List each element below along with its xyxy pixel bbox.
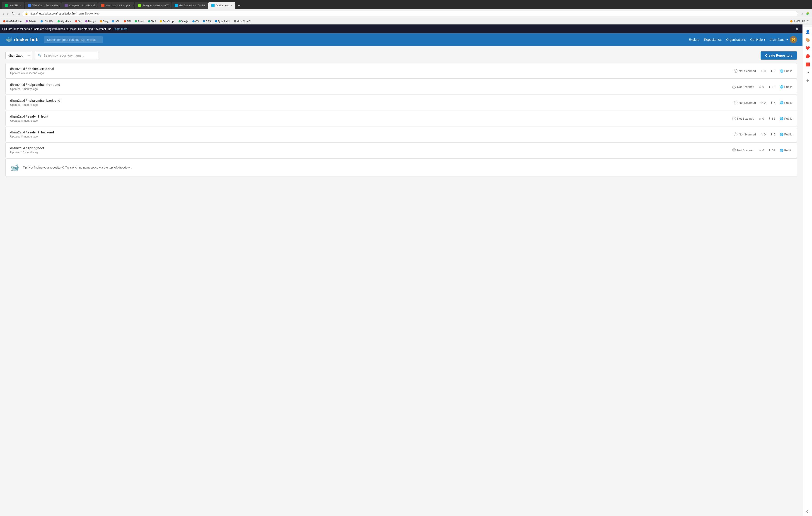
repo-name[interactable]: dhzm2aud / docker101tutorial: [10, 67, 734, 71]
tab-swagger[interactable]: Swagger by leehojun07... ✕: [135, 2, 171, 9]
repo-search-box[interactable]: 🔍: [35, 52, 98, 59]
bookmark-event[interactable]: Event: [134, 20, 145, 23]
download-icon: ⬇: [770, 101, 773, 104]
banner-close-button[interactable]: ✕: [794, 27, 800, 31]
sidebar-heart-icon[interactable]: ❤️: [805, 45, 811, 51]
nav-get-help[interactable]: Get Help ▾: [750, 38, 765, 41]
star-count: 0: [762, 149, 764, 152]
download-count: 0: [774, 69, 775, 73]
download-icon: ⬇: [770, 69, 773, 73]
repo-downloads: ⬇ 13: [768, 85, 775, 89]
tab-getstarted-label: Get Started with Docker...: [179, 4, 207, 7]
scan-label: Not Scanned: [739, 133, 756, 136]
repo-name[interactable]: dhzm2aud / ssafy_2_front: [10, 115, 732, 118]
bookmark-css[interactable]: CSS: [201, 20, 212, 23]
bookmark-blog[interactable]: Blog: [98, 20, 109, 23]
bookmark-api[interactable]: API: [122, 20, 132, 23]
bookmark-cs[interactable]: CS: [191, 20, 200, 23]
bookmark-private[interactable]: Private: [24, 20, 38, 23]
docker-search-input[interactable]: [44, 36, 103, 43]
repo-scan-status: 🛡 Not Scanned: [734, 101, 756, 104]
bookmark-lol[interactable]: LOL: [111, 20, 121, 23]
bookmark-typescript[interactable]: TypeScript: [214, 20, 231, 23]
extensions-icon[interactable]: 🧩: [805, 11, 810, 16]
tab-dockerhub[interactable]: Docker Hub ✕: [208, 2, 235, 9]
nav-repositories[interactable]: Repositories: [704, 38, 722, 41]
repository-list: dhzm2aud / docker101tutorial Updated a f…: [5, 63, 797, 158]
address-bar[interactable]: 🔒 https://hub.docker.com/repositories?re…: [22, 11, 798, 16]
repo-stars: ☆ 0: [759, 149, 764, 152]
sidebar-arrow-icon[interactable]: ↗: [805, 69, 811, 75]
star-icon: ☆: [760, 69, 763, 73]
bookmark-vuejs[interactable]: Vue.js: [177, 20, 190, 23]
docker-logo[interactable]: 🐳 docker hub: [5, 36, 38, 43]
tab-wmp[interactable]: wmp-tour-markup-pra... ✕: [98, 2, 134, 9]
tab-wmp-label: wmp-tour-markup-pra...: [106, 4, 132, 7]
tab-naver[interactable]: NAVER ✕: [2, 2, 24, 9]
tab-wmp-close[interactable]: ✕: [133, 4, 134, 7]
repo-info: dhzm2aud / helpromise_front-end Updated …: [10, 83, 732, 91]
sidebar-color-icon[interactable]: 🎨: [805, 37, 811, 43]
refresh-button[interactable]: ↻: [11, 11, 16, 16]
repo-item-helpromise-back: dhzm2aud / helpromise_back-end Updated 7…: [5, 95, 797, 110]
docker-user[interactable]: dhzm2aud ▾ 🐱: [770, 36, 797, 43]
tip-icon: 🐋: [10, 163, 19, 172]
star-count: 0: [764, 69, 765, 73]
sidebar-circle-icon[interactable]: 🔴: [805, 53, 811, 59]
docker-nav: Explore Repositories Organizations Get H…: [689, 36, 797, 43]
repo-visibility: 🌐 Public: [780, 85, 792, 89]
docker-logo-text: docker hub: [14, 37, 38, 42]
tab-getstarted[interactable]: Get Started with Docker... ✕: [172, 2, 208, 9]
namespace-dropdown-arrow[interactable]: ▾: [26, 52, 32, 59]
repo-downloads: ⬇ 85: [768, 117, 775, 120]
sidebar-plus-icon[interactable]: +: [805, 78, 811, 84]
visibility-icon: 🌐: [780, 69, 783, 73]
sidebar-square-icon[interactable]: 🟥: [805, 61, 811, 67]
sidebar-profile-icon[interactable]: 👤: [805, 29, 811, 35]
repo-stars: ☆ 0: [760, 133, 765, 136]
home-button[interactable]: ⌂: [17, 11, 21, 16]
repo-updated: Updated 7 months ago: [10, 103, 734, 107]
star-icon: ☆: [760, 133, 763, 136]
star-icon: ☆: [760, 101, 763, 104]
repo-name[interactable]: dhzm2aud / helpromise_front-end: [10, 83, 732, 87]
repo-name[interactable]: dhzm2aud / ssafy_2_backend: [10, 130, 734, 134]
notification-learn-more[interactable]: Learn more: [114, 27, 127, 31]
visibility-icon: 🌐: [780, 133, 783, 136]
repo-meta: 🛡 Not Scanned ☆ 0 ⬇ 85 🌐 Public: [732, 117, 792, 120]
new-tab-button[interactable]: +: [236, 2, 242, 9]
tab-compare[interactable]: Compare - dhzm2aud/T... ✕: [61, 2, 98, 9]
bookmark-wemakeprice[interactable]: WeMakePrice: [2, 20, 23, 23]
bookmark-mobile[interactable]: 모바일 북마크: [789, 19, 810, 23]
bookmark-git[interactable]: Git: [74, 20, 83, 23]
create-repository-button[interactable]: Create Repository: [760, 52, 797, 60]
naver-favicon: [5, 4, 8, 7]
docker-username: dhzm2aud: [770, 38, 785, 41]
back-button[interactable]: ‹: [2, 11, 5, 16]
repo-updated: Updated a few seconds ago: [10, 71, 734, 75]
repo-name[interactable]: dhzm2aud / helpromise_back-end: [10, 99, 734, 102]
tab-dockerhub-close[interactable]: ✕: [230, 4, 232, 7]
repo-info: dhzm2aud / docker101tutorial Updated a f…: [10, 67, 734, 75]
scan-label: Not Scanned: [737, 117, 754, 120]
repo-meta: 🛡 Not Scanned ☆ 0 ⬇ 13 🌐 Public: [732, 85, 792, 89]
bookmark-tool[interactable]: Tool: [147, 20, 157, 23]
visibility-icon: 🌐: [780, 117, 783, 120]
bookmark-design[interactable]: Design: [84, 20, 97, 23]
bookmark-algorithm[interactable]: Algorithm: [56, 20, 72, 23]
tab-webclub[interactable]: Web Club :: Mobile We... ✕: [25, 2, 61, 9]
forward-button[interactable]: ›: [6, 11, 9, 16]
repo-name[interactable]: dhzm2aud / springboot: [10, 146, 732, 150]
repo-search-input[interactable]: [44, 54, 95, 57]
bookmark-job[interactable]: 구직활동: [39, 19, 55, 23]
wmp-favicon: [101, 4, 105, 7]
namespace-select[interactable]: dhzm2aud ▾: [5, 52, 32, 59]
nav-explore[interactable]: Explore: [689, 38, 699, 41]
repo-updated: Updated 8 months ago: [10, 119, 732, 122]
bookmark-mdn[interactable]: MDN 웹 문서: [232, 19, 253, 23]
tab-naver-close[interactable]: ✕: [19, 4, 21, 7]
nav-organizations[interactable]: Organizations: [726, 38, 746, 41]
bookmark-star-icon[interactable]: ☆: [799, 11, 804, 16]
bookmark-javascript[interactable]: JavaScript: [158, 20, 176, 23]
page-wrapper: Pull rate limits for certain users are b…: [0, 25, 803, 182]
